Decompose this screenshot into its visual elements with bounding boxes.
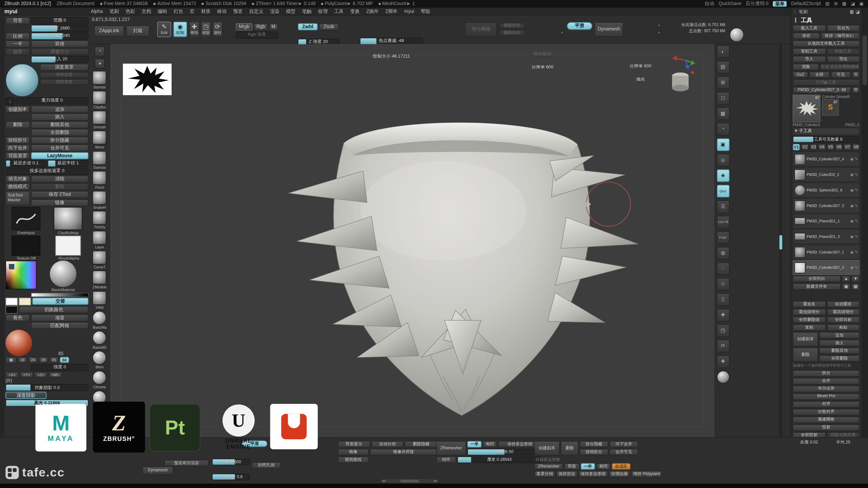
- lazy-radius-slider[interactable]: 延迟半径 1: [47, 160, 88, 167]
- visibility-eye-icon[interactable]: ◉: [850, 250, 854, 255]
- size-preset-button[interactable]: 18: [18, 357, 27, 363]
- group-loops-button[interactable]: 组环: [436, 456, 456, 463]
- shelf-icon[interactable]: ◈: [716, 169, 729, 182]
- list-all-button[interactable]: 全部列出: [793, 276, 841, 282]
- geometry-button[interactable]: Bevel Pro: [793, 393, 860, 400]
- pin-icon[interactable]: ◪: [855, 10, 860, 15]
- polypaint-icon[interactable]: ✎: [855, 250, 858, 255]
- zremesher-button-1[interactable]: ZRemesher: [436, 441, 466, 455]
- width-slider[interactable]: 宽度 2240: [31, 33, 88, 40]
- polypaint-icon[interactable]: ✎: [855, 265, 858, 270]
- delete-other-subtool-button[interactable]: 删除其他: [819, 348, 860, 354]
- match-mesh-button[interactable]: 匹配网格: [31, 322, 88, 329]
- brush-palette-header[interactable]: 笔刷: [799, 10, 808, 15]
- open-tool-row[interactable]: 打开▶工具: [793, 79, 860, 86]
- subtool-item[interactable]: PM3D_Cylinder3D7_1 ◉ ✎: [793, 245, 860, 260]
- version-tab[interactable]: V4: [818, 144, 826, 151]
- brush-item[interactable]: Move: [93, 131, 106, 149]
- delete-button[interactable]: 删除: [5, 121, 30, 128]
- secondary-color-swatch[interactable]: [19, 298, 31, 305]
- strip-top-icon-2[interactable]: ◕: [95, 59, 104, 68]
- lazymouse-button[interactable]: LazyMouse: [31, 152, 88, 159]
- size-preset-button[interactable]: 50: [60, 357, 69, 363]
- lowest-sdiv-button[interactable]: 最低级细分: [793, 309, 826, 316]
- menu-item[interactable]: Alpha: [87, 9, 106, 14]
- shelf-icon[interactable]: ▦: [716, 107, 729, 120]
- layout-icon[interactable]: ▤: [825, 1, 829, 6]
- brush-slot-claybuildup[interactable]: ClayBuildup: [47, 207, 88, 235]
- mirror-weld-button[interactable]: 镜像并焊接: [370, 449, 437, 455]
- gradient-bar[interactable]: [31, 293, 88, 297]
- version-tab[interactable]: V6: [835, 144, 843, 151]
- window-icon[interactable]: ▣: [860, 1, 864, 6]
- menu-item[interactable]: 编辑: [154, 9, 170, 14]
- folder-grid-icon-button[interactable]: ▦: [851, 283, 860, 290]
- shelf-icon[interactable]: ▤: [716, 61, 729, 74]
- append-button[interactable]: 追加: [31, 106, 88, 113]
- polypaint-icon[interactable]: ✎: [855, 157, 858, 161]
- subtool-item[interactable]: PM3D_Cylinder3D7_3 ◉ ✎: [793, 260, 860, 275]
- copy-tool-button[interactable]: 复制工具: [793, 48, 826, 55]
- same-button-1[interactable]: 相同: [483, 441, 497, 448]
- subtool-item[interactable]: PM3D_Cylinder3D7_4 ◉ ✎: [793, 152, 860, 167]
- delete-all-levels-button[interactable]: 全部删除级: [793, 317, 826, 323]
- menu-item[interactable]: 自定义: [246, 9, 267, 14]
- adaptive-button[interactable]: 自适应: [612, 463, 631, 470]
- inner-depth-button[interactable]: 内部深度: [40, 79, 89, 85]
- tool-r-button[interactable]: R: [852, 87, 860, 94]
- geometry-button[interactable]: 投射: [793, 424, 860, 431]
- delete-other-button[interactable]: 删除其他: [31, 121, 88, 128]
- version-tab[interactable]: V3: [810, 144, 817, 151]
- delete-all-subtool-button[interactable]: 全部删除: [819, 355, 860, 362]
- navigation-gizmo[interactable]: [666, 54, 699, 92]
- polypaint-icon[interactable]: ✎: [855, 235, 858, 239]
- shelf-icon[interactable]: PolyF: [716, 231, 729, 244]
- menu-item[interactable]: 渲染: [267, 9, 283, 14]
- half-button-1[interactable]: 一半: [467, 441, 481, 448]
- geometry-button[interactable]: 合并: [793, 378, 860, 384]
- goz-all-button[interactable]: 全部: [809, 72, 830, 78]
- split-groups-button-bottom[interactable]: 按组拆分: [579, 449, 608, 455]
- brush-item[interactable]: ZModele: [93, 271, 106, 289]
- polypaint-icon[interactable]: ✎: [855, 219, 858, 223]
- duplicate-button[interactable]: 创建副本: [5, 106, 30, 113]
- menu-badge[interactable]: 菜单: [773, 1, 787, 6]
- auto-label[interactable]: 自动: [705, 1, 714, 6]
- insert-button[interactable]: 插入: [31, 114, 88, 121]
- size-preset-button[interactable]: 24: [28, 357, 38, 363]
- menu-item[interactable]: 模型: [283, 9, 299, 14]
- polypaint-icon[interactable]: ✎: [855, 172, 858, 177]
- brush-item[interactable]: Chrome: [93, 371, 106, 389]
- scrollbar-thumb[interactable]: [863, 35, 867, 85]
- tint-button[interactable]: 着色: [5, 314, 30, 321]
- material-preview-sphere[interactable]: [730, 28, 744, 42]
- visibility-eye-icon[interactable]: ◉: [850, 219, 854, 223]
- subtool-master-button[interactable]: SubTool Master: [5, 191, 30, 205]
- move-mode-button[interactable]: ✚移动: [189, 22, 199, 37]
- size-preset-button[interactable]: 28: [39, 357, 48, 363]
- menu-item[interactable]: 文档: [138, 9, 154, 14]
- goz-button[interactable]: GoZ: [793, 72, 808, 78]
- brush-item[interactable]: ClayBui: [93, 91, 106, 109]
- subtool-section-header[interactable]: 子工具: [799, 129, 812, 134]
- subtool-item[interactable]: PM3D_Cube3D2_2 ◉ ✎: [793, 167, 860, 182]
- load-tool-button[interactable]: 载入工具: [793, 25, 826, 32]
- menu-item[interactable]: 色彩: [122, 9, 138, 14]
- auto-groups-button[interactable]: 自动分组: [371, 441, 404, 448]
- object-shadow-slider[interactable]: 对象阴影 0.3: [5, 384, 88, 391]
- scroll-right-arrows[interactable]: ▸▸: [434, 479, 437, 483]
- split-hidden-button-bottom[interactable]: 拆分隐藏: [579, 441, 608, 448]
- depth-mask-button[interactable]: 深度遮罩: [40, 64, 89, 71]
- wax-preview-sphere[interactable]: [5, 330, 32, 356]
- embed-slider[interactable]: 嵌入 20: [31, 56, 88, 63]
- menu-item[interactable]: 预置: [230, 9, 246, 14]
- brush-item[interactable]: Layer: [93, 231, 106, 249]
- menu-item[interactable]: 宏: [186, 9, 198, 14]
- menu-item[interactable]: 变换: [347, 9, 363, 14]
- dynamesh-button[interactable]: Dynamesh: [594, 22, 623, 36]
- shelf-icon[interactable]: ⟳: [716, 340, 729, 352]
- clear-button[interactable]: 清除: [31, 176, 88, 183]
- save-button[interactable]: 保存: [793, 33, 820, 39]
- shelf-icon[interactable]: ◐: [716, 45, 729, 58]
- delete-all-button[interactable]: 全部删除: [31, 129, 88, 136]
